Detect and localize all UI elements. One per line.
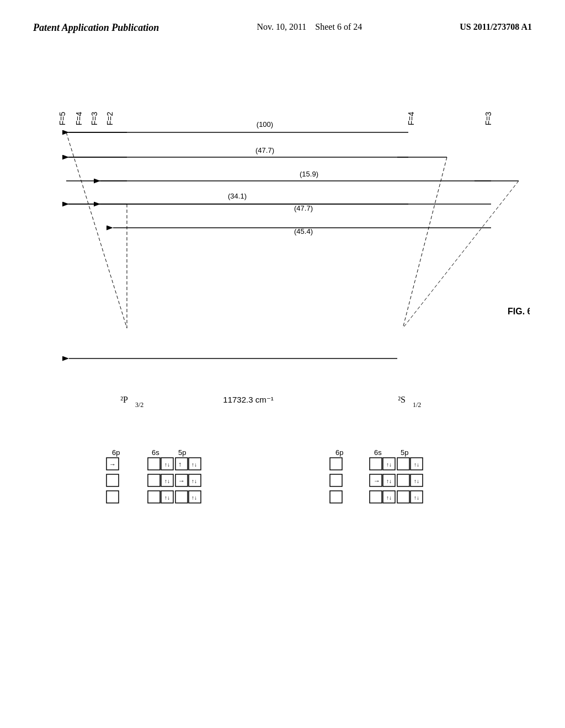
label-477-1: (47.7) [255,146,274,154]
6s-box-left-r2a [148,474,160,486]
5p-arrow-left-r3a: ↑ [178,461,182,468]
f3-left-label: F=3 [90,112,99,126]
label-454: (45.4) [294,227,313,235]
6s-right-label: 6s [374,448,382,457]
page-header: Patent Application Publication Nov. 10, … [0,22,565,34]
6p-box-right-r3 [330,458,342,470]
transition-energy-label: 11732.3 cm⁻¹ [223,395,273,404]
6s-arrow-left-r3: ↑↓ [164,462,170,468]
f4-left-label: F=4 [74,112,83,126]
6s-box-left-r3a [148,458,160,470]
6p-arrow-left-r3: → [109,461,116,468]
publication-title: Patent Application Publication [33,22,159,34]
5p-box-right-r2a [397,474,409,486]
5p-arrow-right-r1b: ↑↓ [414,495,419,501]
5p-arrow-left-r3b: ↑↓ [191,462,197,468]
label-100: (100) [257,120,273,129]
6p-box-left-r2 [106,474,119,486]
5p-box-right-r3a [397,458,409,470]
6s-arrow-right-r3: ↑↓ [386,462,392,468]
5p-box-left-r3a [175,458,188,470]
5p-box-left-r1a [175,491,188,503]
6s-box-right-r1a [370,491,382,503]
6s-arrow-right-r2: → [374,477,380,485]
6s-arrow-right-r1: ↑↓ [386,495,392,501]
dashed-f5-left [66,132,127,328]
f3-right-label: F=3 [484,112,493,126]
6s-left-label: 6s [152,448,159,457]
5p-arrow-left-r2: → [178,477,185,485]
5p-arrow-right-r2b: ↑↓ [414,478,419,484]
6s-arrow-right-r2b: ↑↓ [386,478,392,484]
dashed-f3-right [403,181,519,328]
6p-left-label: 6p [112,448,120,457]
6s-arrow-left-r1: ↑↓ [164,495,170,501]
5p-arrow-left-r2b: ↑↓ [191,478,197,484]
main-diagram: F=5 F=4 F=3 F=2 F=4 F=3 (100) (47.7) (15… [33,72,530,596]
5p-left-label: 5p [178,448,186,457]
5p-arrow-left-r1b: ↑↓ [191,495,197,501]
6s-box-right-r3a [370,458,382,470]
label-477-2: (47.7) [294,204,313,212]
right-state-label: ²S [398,395,406,404]
publication-number: US 2011/273708 A1 [460,22,532,32]
5p-arrow-right-r3b: ↑↓ [414,462,419,468]
f2-left-label: F=2 [105,112,114,126]
5p-box-right-r1a [397,491,409,503]
6s-arrow-left-r2: ↑↓ [164,478,170,484]
right-state-subscript: 1/2 [413,401,421,409]
publication-date-sheet: Nov. 10, 2011 Sheet 6 of 24 [257,22,362,32]
5p-right-label: 5p [401,448,408,457]
left-state-subscript: 3/2 [135,401,143,409]
label-159: (15.9) [300,170,318,178]
f4-right-label: F=4 [407,112,415,126]
left-state-label: ²P [120,395,128,404]
dashed-f4-right [403,157,447,328]
6p-box-right-r2 [330,474,342,486]
f5-label: F=5 [58,112,67,126]
6p-box-right-r1 [330,491,342,503]
label-341: (34.1) [228,192,247,200]
6p-box-left-r1 [106,491,119,503]
6s-box-left-r1a [148,491,160,503]
figure-label: FIG. 6 [508,307,530,316]
6p-right-label: 6p [335,448,343,457]
